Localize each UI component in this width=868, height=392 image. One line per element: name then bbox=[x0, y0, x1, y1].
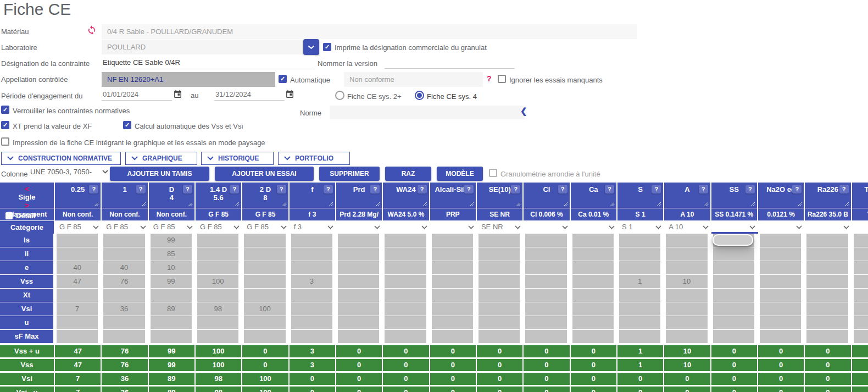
data-cell[interactable] bbox=[149, 330, 196, 344]
data-cell[interactable] bbox=[852, 316, 868, 330]
data-cell[interactable]: 100 bbox=[196, 275, 242, 289]
calendar-icon[interactable] bbox=[285, 90, 294, 99]
data-cell[interactable] bbox=[102, 330, 148, 344]
column-header-0.25[interactable]: 0.25? bbox=[55, 183, 102, 208]
sys4-radio[interactable] bbox=[415, 91, 424, 100]
refresh-icon[interactable] bbox=[87, 25, 97, 35]
data-cell[interactable] bbox=[571, 302, 617, 316]
data-cell[interactable] bbox=[571, 247, 617, 261]
data-cell[interactable] bbox=[617, 330, 664, 344]
data-cell[interactable] bbox=[711, 275, 758, 289]
data-cell[interactable] bbox=[196, 330, 242, 344]
data-cell[interactable] bbox=[664, 302, 711, 316]
column-help-button[interactable]: ? bbox=[136, 185, 146, 194]
column-help-button[interactable]: ? bbox=[792, 185, 802, 194]
data-cell[interactable] bbox=[524, 234, 570, 247]
categorie-select[interactable]: G F 85 bbox=[102, 221, 148, 234]
resize-handle-icon[interactable] bbox=[516, 202, 521, 207]
data-cell[interactable] bbox=[196, 234, 242, 247]
portfolio-button[interactable]: PORTFOLIO bbox=[278, 152, 350, 165]
data-cell[interactable] bbox=[149, 316, 196, 330]
data-cell[interactable] bbox=[852, 261, 868, 275]
data-cell[interactable] bbox=[617, 234, 664, 247]
next-column-icon[interactable]: > bbox=[0, 201, 54, 209]
data-cell[interactable] bbox=[758, 302, 805, 316]
data-cell[interactable] bbox=[430, 261, 477, 275]
verrouiller-checkbox[interactable] bbox=[1, 106, 9, 114]
data-cell[interactable] bbox=[571, 316, 617, 330]
calendar-icon[interactable] bbox=[173, 90, 182, 99]
data-cell[interactable] bbox=[571, 234, 617, 247]
column-header-f[interactable]: f? bbox=[290, 183, 336, 208]
construction-normative-button[interactable]: CONSTRUCTION NORMATIVE bbox=[1, 152, 121, 165]
version-name-input[interactable] bbox=[385, 56, 515, 69]
data-cell[interactable] bbox=[852, 234, 868, 247]
granulo-checkbox[interactable] bbox=[489, 169, 497, 177]
data-cell[interactable]: 99 bbox=[149, 275, 196, 289]
norme-field[interactable] bbox=[330, 106, 525, 119]
data-cell[interactable] bbox=[524, 289, 570, 302]
categorie-select[interactable] bbox=[524, 221, 570, 234]
data-cell[interactable] bbox=[524, 330, 570, 344]
designation-field[interactable]: Etiquette CE Sable 0/4R bbox=[102, 56, 315, 69]
categorie-select[interactable]: A 10 bbox=[664, 221, 711, 234]
raz-button[interactable]: RAZ bbox=[385, 167, 431, 181]
data-cell[interactable]: 98 bbox=[196, 302, 242, 316]
column-header-D[interactable]: D4? bbox=[149, 183, 196, 208]
resize-handle-icon[interactable] bbox=[656, 202, 661, 207]
data-cell[interactable]: 3 bbox=[290, 275, 336, 289]
data-cell[interactable] bbox=[196, 247, 242, 261]
data-cell[interactable] bbox=[524, 275, 570, 289]
colonne-select[interactable]: UNE 7050-3, 7050- bbox=[30, 168, 108, 176]
resize-handle-icon[interactable] bbox=[563, 202, 568, 207]
data-cell[interactable] bbox=[664, 247, 711, 261]
data-cell[interactable] bbox=[290, 330, 336, 344]
data-cell[interactable] bbox=[805, 316, 852, 330]
categorie-select[interactable]: G F 85 bbox=[196, 221, 242, 234]
resize-handle-icon[interactable] bbox=[188, 202, 193, 207]
ajouter-tamis-button[interactable]: AJOUTER UN TAMIS bbox=[110, 167, 209, 181]
data-cell[interactable] bbox=[805, 302, 852, 316]
data-cell[interactable] bbox=[477, 275, 524, 289]
resize-handle-icon[interactable] bbox=[235, 202, 240, 207]
data-cell[interactable] bbox=[383, 289, 430, 302]
resize-handle-icon[interactable] bbox=[610, 202, 615, 207]
column-header-A[interactable]: A? bbox=[664, 183, 711, 208]
column-help-button[interactable]: ? bbox=[230, 185, 239, 194]
categorie-select[interactable]: S 1 bbox=[617, 221, 664, 234]
resize-handle-icon[interactable] bbox=[94, 202, 99, 207]
data-cell[interactable]: 47 bbox=[55, 275, 102, 289]
data-cell[interactable] bbox=[711, 330, 758, 344]
data-cell[interactable] bbox=[430, 275, 477, 289]
data-cell[interactable] bbox=[383, 261, 430, 275]
data-cell[interactable] bbox=[617, 316, 664, 330]
data-cell[interactable] bbox=[711, 302, 758, 316]
data-cell[interactable]: 10 bbox=[149, 261, 196, 275]
categorie-select[interactable] bbox=[805, 221, 852, 234]
column-header-Na2O eq[interactable]: Na2O eq? bbox=[758, 183, 805, 208]
data-cell[interactable] bbox=[242, 330, 289, 344]
detail-checkbox[interactable] bbox=[5, 212, 13, 219]
data-cell[interactable] bbox=[805, 234, 852, 247]
column-header-1[interactable]: 1? bbox=[102, 183, 148, 208]
column-help-button[interactable]: ? bbox=[89, 185, 98, 194]
data-cell[interactable] bbox=[758, 330, 805, 344]
data-cell[interactable] bbox=[758, 247, 805, 261]
data-cell[interactable] bbox=[102, 289, 148, 302]
column-header-1.4 D[interactable]: 1.4 D5.6? bbox=[196, 183, 242, 208]
ignorer-checkbox[interactable] bbox=[498, 75, 506, 83]
data-cell[interactable] bbox=[430, 247, 477, 261]
data-cell[interactable] bbox=[617, 302, 664, 316]
column-header-SS[interactable]: SS? bbox=[711, 183, 758, 208]
scrollbar-thumb[interactable] bbox=[713, 234, 753, 246]
data-cell[interactable] bbox=[336, 261, 383, 275]
column-help-button[interactable]: ? bbox=[511, 185, 520, 194]
data-cell[interactable] bbox=[664, 330, 711, 344]
column-header-Cl[interactable]: Cl? bbox=[524, 183, 570, 208]
data-cell[interactable]: 85 bbox=[149, 247, 196, 261]
ajouter-essai-button[interactable]: AJOUTER UN ESSAI bbox=[215, 167, 314, 181]
data-cell[interactable] bbox=[430, 289, 477, 302]
data-cell[interactable] bbox=[290, 302, 336, 316]
data-cell[interactable]: 99 bbox=[149, 234, 196, 247]
data-cell[interactable] bbox=[430, 234, 477, 247]
